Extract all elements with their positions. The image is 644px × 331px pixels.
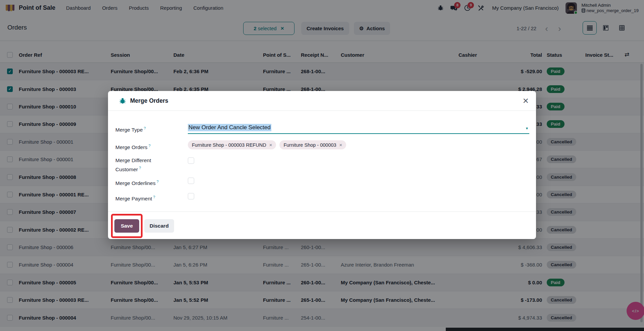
merge-orders-label: Merge Orders? bbox=[115, 142, 151, 151]
close-icon[interactable]: × bbox=[523, 94, 529, 107]
merge-payment-checkbox[interactable] bbox=[188, 193, 194, 199]
help-icon[interactable]: ? bbox=[139, 166, 141, 170]
merge-orders-modal: Merge Orders × Merge Type? New Order And… bbox=[108, 91, 536, 239]
remove-tag-icon[interactable]: × bbox=[269, 142, 272, 148]
modal-header: Merge Orders × bbox=[108, 91, 536, 111]
merge-type-value: New Order And Cancle Selected bbox=[188, 124, 271, 131]
merge-orderlines-label: Merge Orderlines? bbox=[115, 178, 159, 187]
merge-orderlines-checkbox[interactable] bbox=[188, 178, 194, 184]
merge-payment-label: Merge Payment? bbox=[115, 193, 155, 202]
merge-orders-field[interactable]: Furniture Shop - 000003 REFUND×Furniture… bbox=[188, 140, 346, 149]
modal-title: Merge Orders bbox=[130, 97, 168, 104]
remove-tag-icon[interactable]: × bbox=[339, 142, 342, 148]
order-tag: Furniture Shop - 000003× bbox=[279, 140, 346, 149]
merge-different-customer-checkbox[interactable] bbox=[188, 157, 194, 164]
save-button[interactable]: Save bbox=[114, 219, 139, 233]
modal-footer: Save Discard bbox=[108, 211, 536, 239]
merge-type-select[interactable]: New Order And Cancle Selected ▼ bbox=[188, 122, 529, 134]
help-icon[interactable]: ? bbox=[144, 126, 146, 130]
order-tag-label: Furniture Shop - 000003 bbox=[283, 142, 336, 148]
discard-button[interactable]: Discard bbox=[144, 219, 174, 233]
order-tag: Furniture Shop - 000003 REFUND× bbox=[188, 140, 276, 149]
bug-icon bbox=[119, 98, 126, 104]
help-icon[interactable]: ? bbox=[157, 180, 159, 184]
help-icon[interactable]: ? bbox=[153, 195, 155, 199]
help-icon[interactable]: ? bbox=[149, 144, 151, 148]
chevron-down-icon: ▼ bbox=[525, 127, 529, 130]
merge-different-customer-label: Merge Different Customer? bbox=[115, 157, 173, 173]
odoo-window: Point of Sale DashboardOrdersProductsRep… bbox=[0, 0, 644, 331]
save-highlight-annotation: Save bbox=[111, 214, 143, 238]
order-tag-label: Furniture Shop - 000003 REFUND bbox=[192, 142, 266, 148]
merge-type-label: Merge Type? bbox=[115, 125, 146, 134]
